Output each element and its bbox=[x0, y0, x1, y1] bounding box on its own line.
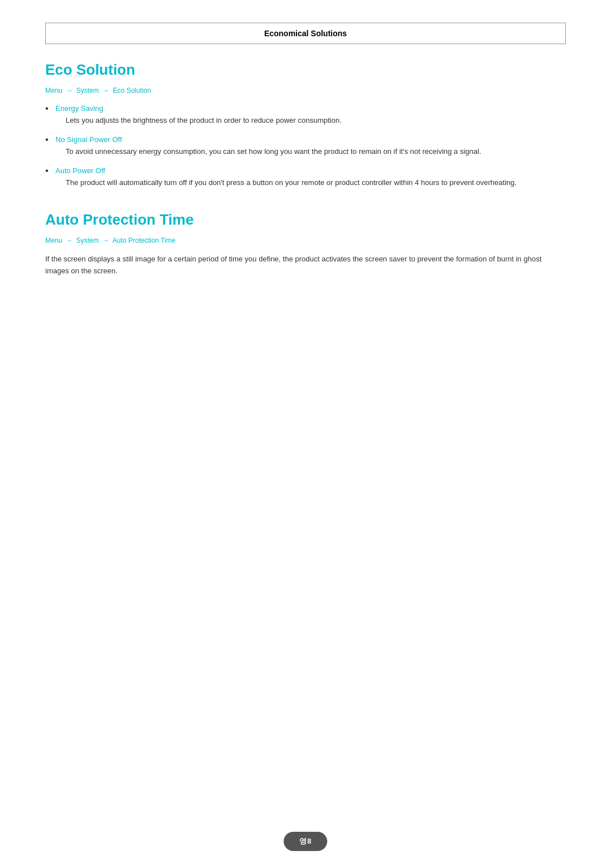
breadcrumb-arrow-4: → bbox=[102, 237, 109, 244]
breadcrumb-item[interactable]: Eco Solution bbox=[113, 87, 150, 94]
header-title: Economical Solutions bbox=[264, 29, 347, 38]
list-item: No Signal Power Off To avoid unnecessary… bbox=[45, 135, 566, 158]
eco-solution-title: Eco Solution bbox=[45, 61, 566, 79]
no-signal-power-off-link[interactable]: No Signal Power Off bbox=[55, 135, 122, 144]
no-signal-power-off-description: To avoid unnecessary energy consumption,… bbox=[66, 146, 566, 158]
auto-power-off-link[interactable]: Auto Power Off bbox=[55, 166, 105, 175]
auto-power-off-description: The product will automatically turn off … bbox=[66, 177, 566, 189]
eco-solution-section: Eco Solution Menu → System → Eco Solutio… bbox=[45, 61, 566, 188]
energy-saving-link[interactable]: Energy Saving bbox=[55, 104, 104, 113]
list-item: Auto Power Off The product will automati… bbox=[45, 166, 566, 189]
auto-protection-section: Auto Protection Time Menu → System → Aut… bbox=[45, 211, 566, 277]
breadcrumb-menu[interactable]: Menu bbox=[45, 87, 62, 94]
list-item: Energy Saving Lets you adjusts the brigh… bbox=[45, 104, 566, 127]
footer-badge: 영8 bbox=[283, 832, 327, 851]
breadcrumb-arrow-3: → bbox=[66, 237, 72, 244]
eco-solution-breadcrumb: Menu → System → Eco Solution bbox=[45, 87, 566, 94]
page-container: Economical Solutions Eco Solution Menu →… bbox=[0, 0, 611, 356]
breadcrumb-system[interactable]: System bbox=[76, 87, 99, 94]
header-bar: Economical Solutions bbox=[45, 23, 566, 44]
breadcrumb-menu-2[interactable]: Menu bbox=[45, 237, 62, 244]
eco-solution-list: Energy Saving Lets you adjusts the brigh… bbox=[45, 104, 566, 188]
footer-badge-text: 영8 bbox=[299, 837, 311, 845]
breadcrumb-arrow-2: → bbox=[102, 87, 109, 94]
breadcrumb-arrow-1: → bbox=[66, 87, 72, 94]
auto-protection-description: If the screen displays a still image for… bbox=[45, 253, 566, 277]
energy-saving-description: Lets you adjusts the brightness of the p… bbox=[66, 115, 566, 127]
auto-protection-breadcrumb: Menu → System → Auto Protection Time bbox=[45, 237, 566, 244]
auto-protection-title: Auto Protection Time bbox=[45, 211, 566, 229]
breadcrumb-item-2[interactable]: Auto Protection Time bbox=[113, 237, 175, 244]
breadcrumb-system-2[interactable]: System bbox=[76, 237, 99, 244]
